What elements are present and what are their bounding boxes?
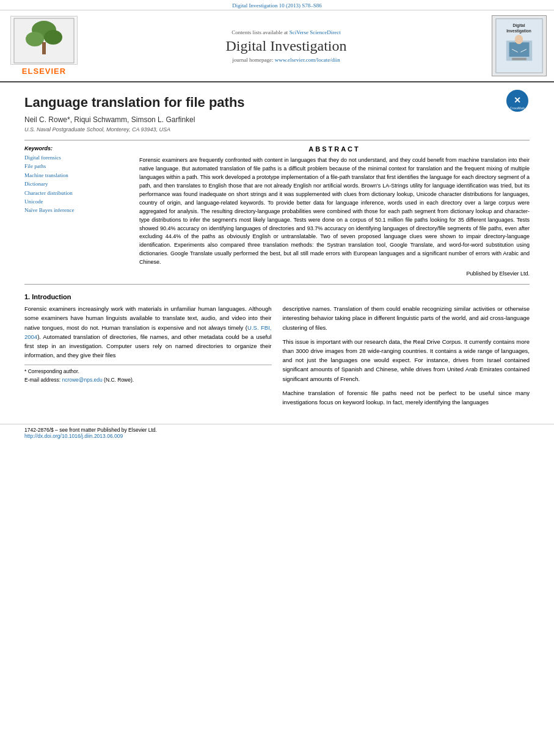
journal-thumb-box: Digital Investigation (492, 15, 547, 76)
elsevier-wordmark: ELSEVIER (22, 67, 66, 76)
article-content: Language translation for file paths ✕ Cr… (0, 82, 554, 418)
intro-heading: 1. Introduction (24, 293, 530, 300)
kw-dictionary: Dictionary (24, 180, 128, 188)
kw-digital-forensics: Digital forensics (24, 153, 128, 162)
keywords-list: Digital forensics File paths Machine tra… (24, 153, 128, 215)
abstract-heading: ABSTRACT (139, 145, 530, 153)
footnote-email: E-mail address: ncrowe@nps.edu (N.C. Row… (24, 376, 272, 385)
homepage-url[interactable]: www.elsevier.com/locate/diin (275, 57, 340, 63)
article-title: Language translation for file paths (24, 95, 245, 111)
elsevier-logo-area: ELSEVIER (7, 16, 81, 76)
footnote-corresponding: * Corresponding author. (24, 368, 272, 376)
svg-point-2 (26, 32, 44, 46)
journal-main-title: Digital Investigation (87, 38, 486, 54)
intro-col2: descriptive names. Translation of them c… (283, 304, 530, 412)
top-bar: Digital Investigation 10 (2013) S78–S86 (0, 0, 554, 10)
kw-unicode: Unicode (24, 197, 128, 206)
svg-point-13 (515, 35, 523, 44)
intro-para-4: Machine translation of forensic file pat… (283, 388, 530, 407)
svg-text:Digital: Digital (512, 23, 525, 28)
keywords-label: Keywords: (24, 145, 128, 151)
journal-homepage: journal homepage: www.elsevier.com/locat… (87, 57, 486, 63)
svg-rect-12 (512, 58, 527, 60)
ref-us-fbi[interactable]: U.S. FBI, 2004 (24, 324, 272, 340)
abstract-col: ABSTRACT Forensic examiners are frequent… (139, 145, 530, 277)
sciverse-link[interactable]: SciVerse ScienceDirect (290, 29, 341, 35)
elsevier-tree-logo (10, 16, 78, 65)
kw-naive-bayes: Naïve Bayes inference (24, 206, 128, 214)
intro-body: Forensic examiners increasingly work wit… (24, 304, 530, 412)
divider-1 (24, 140, 530, 140)
article-title-row: Language translation for file paths ✕ Cr… (24, 89, 530, 115)
affiliation: U.S. Naval Postgraduate School, Monterey… (24, 126, 530, 133)
authors: Neil C. Rowe*, Riqui Schwamm, Simson L. … (24, 115, 530, 124)
kw-file-paths: File paths (24, 162, 128, 170)
journal-title-area: Contents lists available at SciVerse Sci… (87, 29, 486, 63)
email-link[interactable]: ncrowe@nps.edu (62, 377, 102, 383)
keywords-col: Keywords: Digital forensics File paths M… (24, 145, 128, 277)
issn-text: 1742-2876/$ – see front matter Published… (24, 427, 157, 433)
sciverse-line: Contents lists available at SciVerse Sci… (87, 29, 486, 35)
journal-thumbnail: Digital Investigation (492, 15, 547, 76)
journal-header: ELSEVIER Contents lists available at Sci… (0, 10, 554, 82)
footnote-area: * Corresponding author. E-mail address: … (24, 365, 272, 384)
svg-text:CrossMark: CrossMark (510, 106, 525, 110)
intro-para-1: Forensic examiners increasingly work wit… (24, 304, 272, 360)
svg-text:Investigation: Investigation (506, 29, 531, 34)
abstract-text: Forensic examiners are frequently confro… (139, 156, 530, 267)
journal-citation: Digital Investigation 10 (2013) S78–S86 (232, 2, 322, 9)
intro-col1: Forensic examiners increasingly work wit… (24, 304, 272, 412)
intro-para-3: This issue is important with our researc… (283, 337, 530, 383)
published-by: Published by Elsevier Ltd. (139, 271, 530, 277)
abstract-section: Keywords: Digital forensics File paths M… (24, 145, 530, 277)
svg-rect-4 (42, 42, 46, 54)
intro-section: 1. Introduction Forensic examiners incre… (24, 293, 530, 412)
crossmark-logo: ✕ CrossMark (505, 89, 530, 114)
bottom-bar: 1742-2876/$ – see front matter Published… (0, 424, 554, 442)
divider-2 (24, 284, 530, 285)
kw-char-distribution: Character distribution (24, 189, 128, 197)
intro-para-2: descriptive names. Translation of them c… (283, 304, 530, 332)
svg-point-3 (44, 30, 62, 45)
svg-text:✕: ✕ (514, 95, 521, 105)
kw-machine-translation: Machine translation (24, 171, 128, 180)
doi-link[interactable]: http://dx.doi.org/10.1016/j.diin.2013.06… (24, 433, 123, 439)
